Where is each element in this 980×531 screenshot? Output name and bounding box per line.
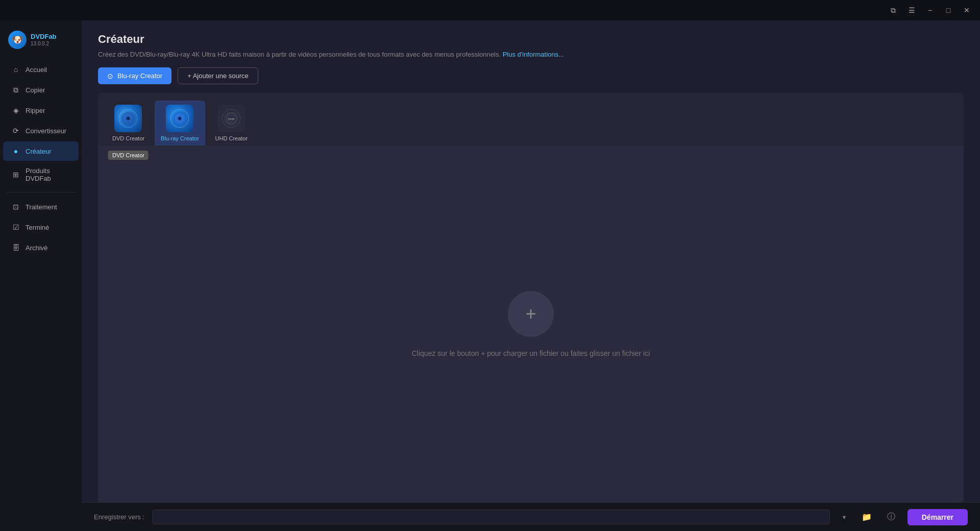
close-button[interactable]: ✕ bbox=[958, 1, 976, 19]
sidebar-item-termine[interactable]: ☑ Terminé bbox=[3, 218, 79, 237]
sidebar-label-termine: Terminé bbox=[26, 224, 49, 231]
sidebar-label-copier: Copier bbox=[26, 86, 45, 94]
menu-button[interactable]: ☰ bbox=[902, 1, 921, 19]
more-info-link[interactable]: Plus d'informations... bbox=[503, 51, 564, 58]
dvd-tooltip: DVD Creator bbox=[108, 151, 149, 160]
tab-uhd-creator[interactable]: UHD UHD Creator bbox=[209, 101, 254, 146]
sidebar-item-archive[interactable]: 🗄 Archivé bbox=[3, 238, 79, 257]
bluray-creator-button[interactable]: ⊙ Blu-ray Creator bbox=[98, 67, 172, 84]
app-logo: 🐶 DVDFab 13.0.0.2 bbox=[0, 27, 82, 59]
creator-area: DVD Creator DVD Creator Blu-r bbox=[98, 92, 964, 502]
sidebar-label-createur: Créateur bbox=[26, 148, 52, 155]
bluray-creator-icon bbox=[166, 105, 193, 132]
sidebar-label-archive: Archivé bbox=[26, 244, 47, 252]
sidebar-item-createur[interactable]: ● Créateur bbox=[3, 141, 79, 161]
start-button[interactable]: Démarrer bbox=[908, 509, 968, 525]
done-icon: ☑ bbox=[11, 223, 20, 232]
rip-icon: ◈ bbox=[11, 106, 20, 115]
archive-icon: 🗄 bbox=[11, 243, 20, 252]
sidebar-label-convertisseur: Convertisseur bbox=[26, 127, 66, 135]
plus-icon: + bbox=[525, 303, 536, 325]
sidebar-label-ripper: Ripper bbox=[26, 107, 45, 114]
tab-dvd-creator[interactable]: DVD Creator DVD Creator bbox=[106, 101, 151, 146]
add-source-button[interactable]: + Ajouter une source bbox=[178, 67, 258, 84]
footer-bar: Enregistrer vers : ▾ 📁 ⓘ Démarrer bbox=[82, 502, 980, 531]
info-icon[interactable]: ⓘ bbox=[883, 509, 899, 525]
page-header: Créateur Créez des DVD/Blu-ray/Blu-ray 4… bbox=[82, 20, 980, 67]
processing-icon: ⊡ bbox=[11, 202, 20, 211]
mode-tabs: DVD Creator DVD Creator Blu-r bbox=[98, 92, 964, 146]
sidebar-item-ripper[interactable]: ◈ Ripper bbox=[3, 101, 79, 120]
bluray-creator-label: Blu-ray Creator bbox=[161, 135, 199, 141]
page-title: Créateur bbox=[98, 33, 964, 46]
sidebar: 🐶 DVDFab 13.0.0.2 ⌂ Accueil ⧉ Copier ◈ R… bbox=[0, 20, 82, 531]
sidebar-item-copier[interactable]: ⧉ Copier bbox=[3, 80, 79, 100]
convert-icon: ⟳ bbox=[11, 126, 20, 135]
add-file-button[interactable]: + bbox=[508, 291, 554, 337]
uhd-creator-label: UHD Creator bbox=[215, 135, 248, 141]
sidebar-item-accueil[interactable]: ⌂ Accueil bbox=[3, 60, 79, 79]
dvd-creator-icon bbox=[114, 105, 142, 132]
sidebar-item-convertisseur[interactable]: ⟳ Convertisseur bbox=[3, 121, 79, 140]
minimize-button[interactable]: − bbox=[921, 1, 939, 19]
maximize-button[interactable]: □ bbox=[939, 1, 958, 19]
path-dropdown-icon[interactable]: ▾ bbox=[838, 511, 850, 523]
svg-text:UHD: UHD bbox=[228, 117, 235, 120]
dvd-creator-label: DVD Creator bbox=[112, 135, 144, 141]
sidebar-label-traitement: Traitement bbox=[26, 203, 57, 211]
titlebar: ⧉ ☰ − □ ✕ bbox=[0, 0, 980, 20]
sidebar-label-accueil: Accueil bbox=[26, 66, 47, 74]
disc-small-icon: ⊙ bbox=[107, 72, 113, 80]
content-area: Créateur Créez des DVD/Blu-ray/Blu-ray 4… bbox=[82, 20, 980, 531]
home-icon: ⌂ bbox=[11, 65, 20, 74]
svg-point-4 bbox=[127, 117, 129, 119]
app-name: DVDFab bbox=[31, 33, 57, 40]
restore-button[interactable]: ⧉ bbox=[884, 1, 902, 19]
drop-zone-text: Cliquez sur le bouton + pour charger un … bbox=[412, 349, 650, 357]
tab-bluray-creator[interactable]: Blu-ray Creator bbox=[155, 101, 205, 146]
save-path-input[interactable] bbox=[153, 510, 830, 524]
sidebar-item-traitement[interactable]: ⊡ Traitement bbox=[3, 197, 79, 216]
page-description: Créez des DVD/Blu-ray/Blu-ray 4K Ultra H… bbox=[98, 50, 964, 59]
action-bar: ⊙ Blu-ray Creator + Ajouter une source bbox=[82, 67, 980, 92]
uhd-creator-icon: UHD bbox=[217, 105, 245, 132]
copy-icon: ⧉ bbox=[11, 85, 20, 94]
sidebar-item-produits[interactable]: ⊞ Produits DVDFab bbox=[3, 162, 79, 187]
creator-icon: ● bbox=[11, 147, 20, 156]
products-icon: ⊞ bbox=[11, 170, 20, 179]
drop-zone: + Cliquez sur le bouton + pour charger u… bbox=[98, 146, 964, 502]
folder-browse-icon[interactable]: 📁 bbox=[859, 509, 875, 525]
sidebar-divider bbox=[6, 192, 76, 192]
svg-point-9 bbox=[179, 117, 181, 119]
logo-icon: 🐶 bbox=[8, 31, 27, 49]
sidebar-label-produits: Produits DVDFab bbox=[26, 167, 70, 182]
app-version: 13.0.0.2 bbox=[31, 41, 57, 46]
save-to-label: Enregistrer vers : bbox=[94, 513, 144, 521]
